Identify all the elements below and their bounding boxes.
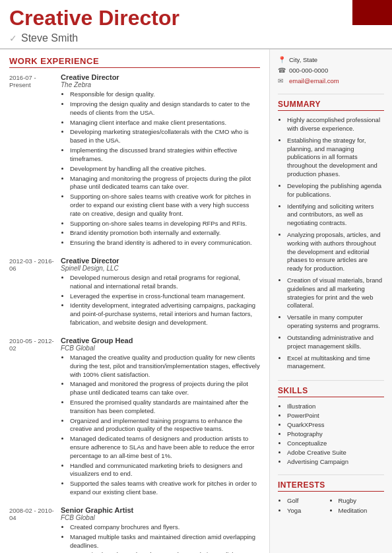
list-item: Golf (287, 497, 333, 504)
header-accent-block (352, 0, 392, 25)
contact-location: 📍 City, State (278, 56, 384, 63)
list-item: Meditation (339, 507, 385, 514)
job-bullets: Responsible for design quality.Improving… (61, 90, 260, 247)
job-dates: 2016-07 - Present (9, 73, 55, 88)
header: Creative Director ✓ Steve Smith (0, 0, 392, 49)
skills-list: IllustrationPowerPointQuarkXPressPhotogr… (278, 403, 384, 465)
list-item: Illustration (287, 403, 384, 410)
job-dates: 2008-02 - 2010-04 (9, 506, 55, 521)
list-item: Highly accomplished professional with di… (287, 116, 384, 133)
list-item: Managed multiple tasks and maintained di… (70, 533, 260, 550)
list-item: Managed dedicated teams of designers and… (70, 435, 260, 460)
list-item: Created company brochures and flyers. (70, 523, 260, 532)
phone-icon: ☎ (278, 67, 286, 74)
summary-heading: SUMMARY (278, 100, 384, 111)
work-experience-section: WORK EXPERIENCE 2016-07 - PresentCreativ… (9, 56, 260, 553)
job-company: Spinell Design, LLC (61, 265, 260, 272)
contact-section: 📍 City, State ☎ 000-000-0000 ✉ email@ema… (278, 56, 384, 84)
list-item: Developing the publishing agenda for pub… (287, 182, 384, 199)
divider-2 (278, 380, 384, 381)
job-entry: 2008-02 - 2010-04Senior Graphic ArtistFC… (9, 506, 260, 553)
list-item: Managing client interface and make clien… (70, 119, 260, 127)
checkmark-icon: ✓ (9, 33, 17, 44)
list-item: Conceptualize (287, 439, 384, 447)
list-item: Improving the design quality and design … (70, 100, 260, 117)
job-dates: 2010-05 - 2012-02 (9, 337, 55, 352)
main-content: WORK EXPERIENCE 2016-07 - PresentCreativ… (0, 49, 392, 553)
job-title: Creative Director (61, 73, 260, 81)
skills-heading: SKILLS (278, 386, 384, 397)
list-item: Supporting on-shore sales teams in devel… (70, 220, 260, 228)
list-item: Advertising Campaign (287, 458, 384, 465)
job-body: Senior Graphic ArtistFCB GlobalCreated c… (61, 506, 260, 553)
divider-1 (278, 94, 384, 94)
jobs-container: 2016-07 - PresentCreative DirectorThe Ze… (9, 73, 260, 553)
list-item: Brand identity promotion both internally… (70, 229, 260, 238)
job-bullets: Created company brochures and flyers.Man… (61, 523, 260, 553)
list-item: Organized and implemented training progr… (70, 417, 260, 434)
job-title: Senior Graphic Artist (61, 506, 260, 514)
list-item: Responsible for design quality. (70, 90, 260, 99)
list-item: Identifying and soliciting writers and c… (287, 203, 384, 228)
contact-phone: ☎ 000-000-0000 (278, 67, 384, 74)
list-item: Supporting on-shore sales teams with cre… (70, 193, 260, 218)
list-item: Yoga (287, 507, 333, 514)
job-entry: 2016-07 - PresentCreative DirectorThe Ze… (9, 73, 260, 249)
list-item: Development by handling all the creative… (70, 165, 260, 174)
list-item: QuarkXPress (287, 421, 384, 428)
list-item: Developed numerous design and retail pro… (70, 274, 260, 291)
right-column: 📍 City, State ☎ 000-000-0000 ✉ email@ema… (270, 49, 392, 553)
job-company: FCB Global (61, 514, 260, 521)
job-entry: 2010-05 - 2012-02Creative Group HeadFCB … (9, 337, 260, 498)
list-item: Managed and monitored the progress of pr… (70, 380, 260, 397)
list-item: Supported the sales teams with creative … (70, 480, 260, 497)
list-item: Ensured the promised quality standards a… (70, 399, 260, 416)
job-company: The Zebra (61, 81, 260, 88)
contact-email[interactable]: ✉ email@email.com (278, 77, 384, 84)
list-item: Rugby (339, 497, 385, 504)
skills-section: SKILLS IllustrationPowerPointQuarkXPress… (278, 386, 384, 465)
list-item: Excel at multitasking and time managemen… (287, 354, 384, 372)
header-left: Creative Director ✓ Steve Smith (9, 7, 383, 44)
list-item: Analyzing proposals, articles, and worki… (287, 231, 384, 273)
job-dates: 2012-03 - 2016-06 (9, 257, 55, 272)
job-bullets: Managed the creative quality and product… (61, 354, 260, 497)
summary-bullets: Highly accomplished professional with di… (278, 116, 384, 371)
list-item: Adobe Creative Suite (287, 449, 384, 456)
interests-heading: INTERESTS (278, 480, 384, 492)
email-icon: ✉ (278, 77, 286, 84)
list-item: Managing and monitoring the progress of … (70, 175, 260, 192)
work-experience-heading: WORK EXPERIENCE (9, 56, 260, 68)
list-item: Developing marketing strategies/collater… (70, 128, 260, 145)
job-title: Creative Group Head (61, 337, 260, 344)
list-item: Implementing the discussed brand strateg… (70, 146, 260, 164)
list-item: Ensuring the brand identity is adhered t… (70, 239, 260, 247)
list-item: Creation of visual materials, brand guid… (287, 276, 384, 310)
list-item: Handled and communicated marketing brief… (70, 462, 260, 479)
job-company: FCB Global (61, 344, 260, 352)
job-body: Creative DirectorSpinell Design, LLCDeve… (61, 257, 260, 329)
list-item: Establishing the strategy for, planning,… (287, 137, 384, 179)
list-item: Photography (287, 430, 384, 438)
list-item: Leveraged the expertise in cross-functio… (70, 292, 260, 301)
candidate-name: ✓ Steve Smith (9, 32, 383, 44)
job-bullets: Developed numerous design and retail pro… (61, 274, 260, 327)
interests-list: GolfRugbyYogaMeditation (278, 497, 384, 515)
job-body: Creative Group HeadFCB GlobalManaged the… (61, 337, 260, 498)
list-item: Identity development, integrated adverti… (70, 302, 260, 327)
job-body: Creative DirectorThe ZebraResponsible fo… (61, 73, 260, 249)
summary-section: SUMMARY Highly accomplished professional… (278, 100, 384, 371)
list-item: Managed the creative quality and product… (70, 354, 260, 379)
interests-section: INTERESTS GolfRugbyYogaMeditation (278, 480, 384, 515)
list-item: Versatile in many computer operating sys… (287, 313, 384, 331)
page-title: Creative Director (9, 7, 383, 30)
list-item: PowerPoint (287, 412, 384, 419)
location-icon: 📍 (278, 56, 286, 63)
job-title: Creative Director (61, 257, 260, 265)
job-entry: 2012-03 - 2016-06Creative DirectorSpinel… (9, 257, 260, 329)
email-link[interactable]: email@email.com (289, 77, 339, 84)
list-item: Outstanding administrative and project m… (287, 334, 384, 351)
divider-3 (278, 474, 384, 475)
left-column: WORK EXPERIENCE 2016-07 - PresentCreativ… (0, 49, 270, 553)
